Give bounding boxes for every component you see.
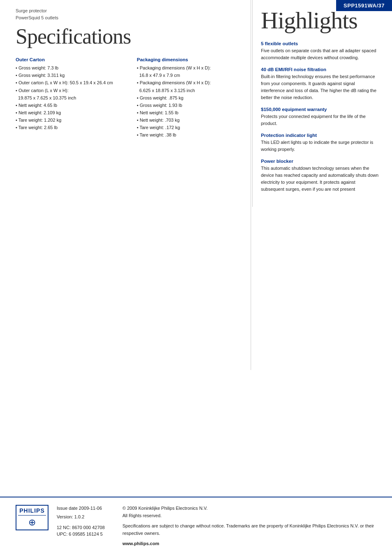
philips-symbol: ⊕ — [18, 517, 46, 528]
product-label: Surge protector PowerSquid 5 outlets — [16, 7, 58, 21]
outer-carton-list: Gross weight: 7.3 lb Gross weight: 3.311… — [16, 64, 125, 131]
highlight-heading: Protection indicator light — [261, 133, 380, 138]
highlight-item-emi-rfi: 40 dB EMI/RFI noise filtration Built-in … — [261, 67, 380, 101]
list-item: Outer carton (L x W x H): 19.875 x 7.625… — [16, 87, 125, 102]
list-item: Gross weight: 3.311 kg — [16, 72, 125, 79]
outer-carton-col: Outer Carton Gross weight: 7.3 lb Gross … — [16, 57, 125, 139]
nc-label: 12 NC: — [57, 525, 71, 530]
footer: PHILIPS ⊕ Issue date 2009-11-06 Version:… — [0, 497, 392, 555]
list-item: Nett weight: 4.65 lb — [16, 102, 125, 109]
list-item: Tare weight: .38 lb — [137, 131, 246, 139]
list-item: Tare weight: 2.65 lb — [16, 124, 125, 131]
highlight-heading: 5 flexible outlets — [261, 41, 380, 46]
footer-meta: Issue date 2009-11-06 Version: 1.0.2 12 … — [57, 505, 114, 536]
highlight-item-warranty: $150,000 equipment warranty Protects you… — [261, 107, 380, 127]
list-item: Packaging dimensions (W x H x D): 6.625 … — [137, 79, 246, 94]
list-item: Nett weight: 2.109 kg — [16, 109, 125, 116]
list-item: Nett weight: 1.55 lb — [137, 109, 246, 116]
highlight-text: Five outlets on separate cords that are … — [261, 47, 380, 61]
list-item: Packaging dimensions (W x H x D): 16.8 x… — [137, 64, 246, 79]
issue-date: Issue date 2009-11-06 — [57, 505, 114, 512]
footer-right: © 2009 Koninklijke Philips Electronics N… — [122, 505, 376, 548]
highlights-title: Highlights — [261, 7, 380, 34]
upc-value: 6 09585 16124 5 — [69, 532, 103, 536]
philips-logo: PHILIPS ⊕ — [16, 505, 48, 530]
version: Version: 1.0.2 — [57, 513, 114, 520]
philips-wordmark: PHILIPS — [18, 507, 46, 516]
packaging-dimensions-list: Packaging dimensions (W x H x D): 16.8 x… — [137, 64, 246, 139]
copyright: © 2009 Koninklijke Philips Electronics N… — [122, 505, 376, 512]
nc-value: 8670 000 42708 — [72, 525, 105, 530]
highlight-item-protection-light: Protection indicator light This LED aler… — [261, 133, 380, 153]
nc-line: 12 NC: 8670 000 42708 — [57, 525, 114, 530]
upc-line: UPC: 6 09585 16124 5 — [57, 532, 114, 536]
packaging-dimensions-col: Packaging dimensions Packaging dimension… — [137, 57, 246, 139]
list-item: Nett weight: .703 kg — [137, 116, 246, 124]
issue-label: Issue date — [57, 506, 78, 511]
highlight-heading: Power blocker — [261, 159, 380, 164]
specs-columns: Outer Carton Gross weight: 7.3 lb Gross … — [16, 57, 246, 139]
rights: All Rights reserved. — [122, 512, 376, 520]
highlight-text: Built-in filtering technology ensures th… — [261, 73, 380, 101]
vertical-divider — [251, 0, 251, 370]
issue-value: 2009-11-06 — [79, 506, 102, 511]
list-item: Gross weight: 7.3 lb — [16, 64, 125, 72]
disclaimer: Specifications are subject to change wit… — [122, 523, 376, 537]
version-label: Version: — [57, 514, 73, 519]
outer-carton-heading: Outer Carton — [16, 57, 125, 62]
list-item: Outer carton (L x W x H): 50.5 x 19.4 x … — [16, 79, 125, 86]
list-item: Tare weight: .172 kg — [137, 124, 246, 131]
specifications-title: Specifications — [16, 25, 246, 48]
list-item: Gross weight: 1.93 lb — [137, 102, 246, 109]
specifications-section: Specifications Outer Carton Gross weight… — [16, 25, 246, 139]
highlight-heading: 40 dB EMI/RFI noise filtration — [261, 67, 380, 72]
highlight-text: This LED alert lights up to indicate the… — [261, 139, 380, 153]
list-item: Tare weight: 1.202 kg — [16, 116, 125, 124]
highlight-text: Protects your connected equipment for th… — [261, 113, 380, 127]
list-item: Gross weight: .875 kg — [137, 94, 246, 102]
highlight-heading: $150,000 equipment warranty — [261, 107, 380, 112]
page: SPP1591WA/37 Surge protector PowerSquid … — [0, 0, 392, 555]
packaging-dimensions-heading: Packaging dimensions — [137, 57, 246, 62]
highlight-item-power-blocker: Power blocker This automatic shutdown te… — [261, 159, 380, 193]
version-value: 1.0.2 — [74, 514, 84, 519]
upc-label: UPC: — [57, 532, 67, 536]
highlight-item-flexible-outlets: 5 flexible outlets Five outlets on separ… — [261, 41, 380, 61]
highlights-section: Highlights 5 flexible outlets Five outle… — [252, 0, 392, 207]
highlight-text: This automatic shutdown technology sense… — [261, 165, 380, 193]
website-url: www.philips.com — [122, 541, 159, 546]
product-name: PowerSquid 5 outlets — [16, 14, 58, 21]
website: www.philips.com — [122, 540, 376, 548]
product-line: Surge protector — [16, 7, 58, 14]
